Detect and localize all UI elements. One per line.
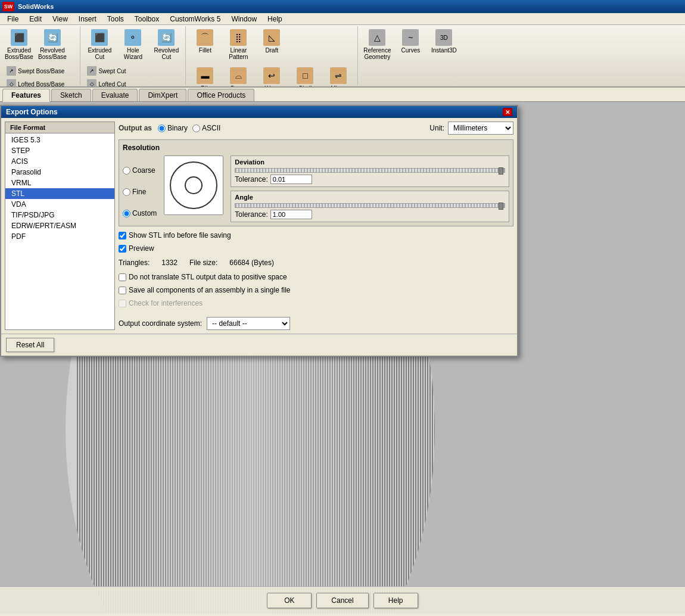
lofted-boss-base-btn[interactable]: ◇ Lofted Boss/Base (4, 77, 76, 88)
export-options-dialog: Export Options ✕ File Format IGES 5.3 ST… (0, 105, 518, 357)
menu-file[interactable]: File (2, 14, 23, 24)
resolution-tolerances: Deviation Tolerance: (231, 155, 509, 222)
format-parasolid[interactable]: Parasolid (5, 167, 114, 178)
extruded-boss-base-btn[interactable]: ⬛ Extruded Boss/Base (4, 26, 35, 63)
hole-wizard-icon: ⚬ (124, 29, 141, 46)
coarse-radio-label[interactable]: Coarse (123, 166, 157, 175)
tab-dimxpert[interactable]: DimXpert (139, 89, 186, 101)
fine-radio[interactable] (123, 188, 130, 196)
revolved-cut-btn[interactable]: 🔄 Revolved Cut (151, 26, 182, 63)
format-tif[interactable]: TIF/PSD/JPG (5, 210, 114, 220)
format-pdf[interactable]: PDF (5, 231, 114, 242)
format-stl[interactable]: STL (5, 188, 114, 199)
angle-tolerance-input[interactable] (270, 210, 312, 219)
menu-window[interactable]: Window (226, 14, 261, 24)
curves-btn[interactable]: ~ Curves (395, 26, 426, 63)
mirror-btn[interactable]: ⇌ Mirror (323, 64, 354, 88)
resolution-content: Coarse Fine Custom (123, 155, 509, 222)
menu-edit[interactable]: Edit (24, 14, 46, 24)
resolution-section: Resolution Coarse Fine (119, 139, 513, 226)
unit-dropdown[interactable]: Millimeters Inches Centimeters Meters (448, 122, 513, 135)
format-vrml[interactable]: VRML (5, 178, 114, 188)
do-not-translate-checkbox[interactable] (119, 273, 126, 281)
reference-geometry-btn[interactable]: △ Reference Geometry (362, 26, 393, 63)
show-stl-info-row: Show STL info before file saving (119, 231, 513, 239)
reset-all-button[interactable]: Reset All (6, 338, 54, 352)
file-format-tab[interactable]: File Format (5, 122, 114, 133)
angle-section: Angle Tolerance: (231, 191, 509, 222)
format-edrw[interactable]: EDRW/EPRT/EASM (5, 220, 114, 231)
custom-radio[interactable] (123, 210, 130, 217)
dome-icon: ⌓ (230, 67, 247, 84)
menu-tools[interactable]: Tools (102, 14, 129, 24)
resolution-visual (164, 155, 223, 215)
check-interferences-checkbox (119, 300, 126, 307)
dialog-close-btn[interactable]: ✕ (503, 108, 512, 116)
draft-btn[interactable]: ◺ Draft (256, 26, 287, 63)
binary-radio-label[interactable]: Binary (158, 124, 188, 132)
ascii-radio-label[interactable]: ASCII (192, 124, 220, 132)
deviation-title: Deviation (235, 158, 505, 166)
menu-customworks[interactable]: CustomWorks 5 (165, 14, 225, 24)
show-stl-info-checkbox[interactable] (119, 232, 126, 239)
mirror-icon: ⇌ (330, 67, 347, 84)
hole-wizard-btn[interactable]: ⚬ Hole Wizard (117, 26, 148, 63)
menu-insert[interactable]: Insert (74, 14, 101, 24)
menu-help[interactable]: Help (263, 14, 287, 24)
format-vda[interactable]: VDA (5, 199, 114, 210)
swept-cut-btn[interactable]: ↗ Swept Cut (84, 64, 138, 77)
preview-checkbox[interactable] (119, 245, 126, 253)
extruded-cut-btn[interactable]: ⬛ Extruded Cut (84, 26, 115, 63)
deviation-handle[interactable] (499, 167, 503, 175)
dome-btn[interactable]: ⌓ Dome (223, 64, 254, 88)
coarse-radio[interactable] (123, 167, 130, 175)
swept-boss-base-btn[interactable]: ↗ Swept Boss/Base (4, 64, 76, 77)
cancel-button[interactable]: Cancel (316, 593, 368, 608)
reference-geometry-icon: △ (369, 29, 385, 46)
boss-base-group: ⬛ Extruded Boss/Base 🔄 Revolved Boss/Bas… (2, 26, 80, 85)
angle-slider[interactable] (235, 203, 505, 208)
fillet-icon: ⌒ (197, 29, 213, 46)
menu-toolbox[interactable]: Toolbox (130, 14, 164, 24)
angle-handle[interactable] (499, 203, 503, 210)
tab-evaluate[interactable]: Evaluate (92, 89, 138, 101)
linear-pattern-btn[interactable]: ⣿ Linear Pattern (223, 26, 254, 63)
angle-title: Angle (235, 194, 505, 201)
revolved-boss-base-btn[interactable]: 🔄 Revolved Boss/Base (37, 26, 68, 63)
show-stl-info-label: Show STL info before file saving (129, 231, 231, 239)
ascii-radio[interactable] (192, 125, 200, 132)
deviation-slider[interactable] (235, 168, 505, 173)
tab-features[interactable]: Features (2, 89, 50, 102)
custom-radio-label[interactable]: Custom (123, 209, 157, 217)
format-acis[interactable]: ACIS (5, 156, 114, 167)
shell-btn[interactable]: □ Shell (289, 64, 320, 88)
instant3d-btn[interactable]: 3D Instant3D (428, 26, 459, 63)
binary-radio[interactable] (158, 125, 166, 132)
do-not-translate-label: Do not translate STL output data to posi… (129, 273, 287, 281)
format-iges[interactable]: IGES 5.3 (5, 135, 114, 145)
help-button[interactable]: Help (373, 593, 418, 608)
fine-radio-label[interactable]: Fine (123, 188, 157, 196)
coarse-label: Coarse (132, 166, 155, 175)
wrap-btn[interactable]: ↩ Wrap (256, 64, 287, 88)
dialog-title: Export Options (6, 108, 58, 116)
resolution-radios: Coarse Fine Custom (123, 155, 157, 222)
fillet-btn[interactable]: ⌒ Fillet (189, 26, 220, 63)
file-size-label: File size: (189, 259, 217, 267)
tab-office[interactable]: Office Products (188, 89, 254, 101)
revolved-cut-icon: 🔄 (158, 29, 175, 46)
deviation-tolerance-input[interactable] (270, 175, 312, 184)
save-components-checkbox[interactable] (119, 287, 126, 294)
ok-button[interactable]: OK (267, 593, 312, 608)
format-step[interactable]: STEP (5, 145, 114, 156)
check-interferences-label: Check for interferences (129, 299, 203, 307)
lofted-cut-icon: ◇ (87, 79, 96, 88)
unit-group: Unit: Millimeters Inches Centimeters Met… (429, 122, 513, 135)
lofted-cut-btn[interactable]: ◇ Lofted Cut (84, 77, 138, 88)
menu-view[interactable]: View (48, 14, 73, 24)
coord-dropdown[interactable]: -- default -- (207, 317, 290, 330)
rib-btn[interactable]: ▬ Rib (189, 64, 220, 88)
deviation-section: Deviation Tolerance: (231, 155, 509, 187)
output-as-label: Output as (119, 124, 152, 132)
tab-sketch[interactable]: Sketch (51, 89, 91, 101)
